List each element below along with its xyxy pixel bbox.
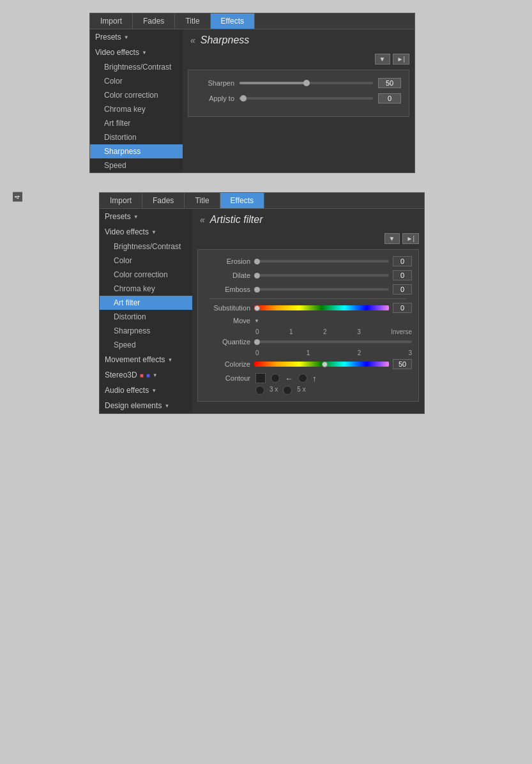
erosion-thumb[interactable] bbox=[254, 259, 260, 264]
emboss-thumb[interactable] bbox=[254, 287, 260, 293]
q-tick-0: 0 bbox=[255, 349, 259, 356]
quantize-thumb[interactable] bbox=[254, 339, 260, 345]
sidebar2-item-speed[interactable]: Speed bbox=[100, 338, 192, 352]
sidebar-item-speed[interactable]: Speed bbox=[90, 158, 183, 172]
panel-sharpness: Import Fades Title Effects Presets ▼ Vid… bbox=[89, 13, 415, 173]
dropdown-btn-2[interactable]: ▼ bbox=[384, 233, 400, 244]
apply-to-thumb[interactable] bbox=[240, 95, 247, 102]
stereo3d-icon-red: ■ bbox=[140, 372, 144, 379]
tab-bar-2: Import Fades Title Effects bbox=[100, 193, 424, 209]
sidebar2-item-chroma-key[interactable]: Chroma key bbox=[100, 282, 192, 296]
tab-fades[interactable]: Fades bbox=[133, 13, 175, 29]
move-row: Move ▼ bbox=[204, 317, 412, 325]
tab2-fades[interactable]: Fades bbox=[142, 193, 185, 208]
emboss-value: 0 bbox=[393, 284, 412, 294]
tab-title[interactable]: Title bbox=[175, 13, 210, 29]
sidebar-item-color-correction[interactable]: Color correction bbox=[90, 88, 183, 102]
apply-to-track[interactable] bbox=[239, 97, 373, 100]
contour-circle-3[interactable] bbox=[255, 386, 264, 395]
colorize-thumb[interactable] bbox=[322, 362, 328, 367]
quantize-label: Quantize bbox=[204, 338, 250, 346]
contour-circle-2[interactable] bbox=[298, 374, 307, 383]
design-elements-arrow: ▼ bbox=[164, 403, 169, 409]
sidebar-item-sharpness[interactable]: Sharpness bbox=[90, 144, 183, 158]
sidebar-2: Presets ▼ Video effects ▼ Brightness/Con… bbox=[100, 209, 192, 413]
sidebar2-item-color[interactable]: Color bbox=[100, 254, 192, 268]
dilate-row: Dilate 0 bbox=[204, 270, 412, 280]
substitution-thumb[interactable] bbox=[254, 305, 260, 311]
scale-1: 1 bbox=[289, 328, 293, 335]
colorize-slider[interactable] bbox=[254, 362, 389, 367]
tab-bar-1: Import Fades Title Effects bbox=[90, 13, 414, 29]
apply-to-row: Apply to 0 bbox=[196, 93, 401, 103]
tab2-title[interactable]: Title bbox=[185, 193, 220, 208]
back-arrow-icon-2[interactable]: « bbox=[200, 215, 205, 225]
sidebar2-design-elements[interactable]: Design elements ▼ bbox=[100, 398, 192, 413]
dilate-thumb[interactable] bbox=[254, 273, 260, 279]
emboss-slider[interactable] bbox=[254, 288, 389, 291]
video-effects-label: Video effects bbox=[95, 48, 139, 57]
contour-circle-1[interactable] bbox=[271, 374, 280, 383]
sidebar2-item-distortion[interactable]: Distortion bbox=[100, 310, 192, 324]
video-effects2-arrow: ▼ bbox=[151, 229, 156, 235]
sidebar2-item-art-filter[interactable]: Art filter bbox=[100, 296, 192, 310]
contour-left-arrow-icon[interactable]: ← bbox=[285, 374, 293, 383]
contour-up-arrow-icon[interactable]: ↑ bbox=[312, 374, 317, 383]
stereo3d-icon-blue: ■ bbox=[146, 372, 150, 379]
effect-title-1: Sharpness bbox=[201, 34, 250, 46]
substitution-row: Substitution 0 bbox=[204, 303, 412, 313]
dilate-slider[interactable] bbox=[254, 274, 389, 277]
move-dropdown-icon[interactable]: ▼ bbox=[254, 318, 259, 324]
audio-effects-arrow: ▼ bbox=[151, 388, 156, 393]
stereo3d-arrow: ▼ bbox=[153, 372, 158, 378]
back-arrow-icon[interactable]: « bbox=[190, 35, 195, 45]
sidebar2-audio-effects[interactable]: Audio effects ▼ bbox=[100, 383, 192, 398]
contour-label: Contour bbox=[204, 374, 250, 382]
sidebar-item-chroma-key[interactable]: Chroma key bbox=[90, 102, 183, 116]
quantize-slider[interactable] bbox=[254, 340, 412, 343]
apply-to-label: Apply to bbox=[196, 95, 234, 102]
sidebar-item-distortion[interactable]: Distortion bbox=[90, 130, 183, 144]
substitution-value: 0 bbox=[393, 303, 412, 313]
q-tick-2: 2 bbox=[358, 349, 361, 356]
play-btn[interactable]: ►| bbox=[393, 54, 410, 65]
tab-import[interactable]: Import bbox=[90, 13, 133, 29]
contour-box[interactable] bbox=[255, 373, 266, 383]
sharpen-fill bbox=[239, 82, 307, 84]
erosion-value: 0 bbox=[393, 256, 412, 266]
sidebar2-section-video-effects[interactable]: Video effects ▼ bbox=[100, 224, 192, 240]
erosion-slider[interactable] bbox=[254, 260, 389, 263]
sidebar2-movement-effects[interactable]: Movement effects ▼ bbox=[100, 352, 192, 367]
separator-1 bbox=[209, 298, 407, 299]
tab2-effects[interactable]: Effects bbox=[220, 193, 264, 208]
substitution-label: Substitution bbox=[204, 304, 250, 312]
sidebar-item-brightness[interactable]: Brightness/Contrast bbox=[90, 60, 183, 74]
dropdown-btn[interactable]: ▼ bbox=[375, 54, 390, 65]
quantize-row: Quantize bbox=[204, 338, 412, 346]
sidebar2-stereo3d[interactable]: Stereo3D ■ ■ ▼ bbox=[100, 367, 192, 383]
contour-circle-4[interactable] bbox=[283, 386, 292, 395]
sidebar-item-color[interactable]: Color bbox=[90, 74, 183, 88]
sidebar2-item-brightness[interactable]: Brightness/Contrast bbox=[100, 240, 192, 254]
sidebar2-section-presets[interactable]: Presets ▼ bbox=[100, 209, 192, 224]
sidebar-section-presets[interactable]: Presets ▼ bbox=[90, 29, 183, 45]
emboss-row: Emboss 0 bbox=[204, 284, 412, 294]
erosion-row: Erosion 0 bbox=[204, 256, 412, 266]
sharpen-label: Sharpen bbox=[196, 79, 234, 87]
tab-effects[interactable]: Effects bbox=[211, 13, 255, 29]
presets2-arrow: ▼ bbox=[133, 214, 139, 220]
sidebar-item-art-filter[interactable]: Art filter bbox=[90, 116, 183, 130]
sharpen-track[interactable] bbox=[239, 82, 373, 84]
play-btn-2[interactable]: ►| bbox=[402, 233, 420, 244]
panel-artistic-filter: Import Fades Title Effects Presets ▼ Vid… bbox=[99, 192, 425, 414]
sidebar2-item-color-correction[interactable]: Color correction bbox=[100, 268, 192, 282]
panel-body-1: Presets ▼ Video effects ▼ Brightness/Con… bbox=[90, 29, 414, 172]
sidebar2-item-sharpness[interactable]: Sharpness bbox=[100, 324, 192, 338]
sidebar-section-video-effects[interactable]: Video effects ▼ bbox=[90, 45, 183, 60]
colorize-value: 50 bbox=[393, 359, 412, 369]
content-2: « Artistic filter ▼ ►| Erosion bbox=[192, 209, 424, 413]
presets-arrow: ▼ bbox=[124, 34, 129, 40]
tab2-import[interactable]: Import bbox=[100, 193, 142, 208]
sharpen-thumb[interactable] bbox=[303, 80, 310, 86]
substitution-slider[interactable] bbox=[254, 305, 389, 310]
